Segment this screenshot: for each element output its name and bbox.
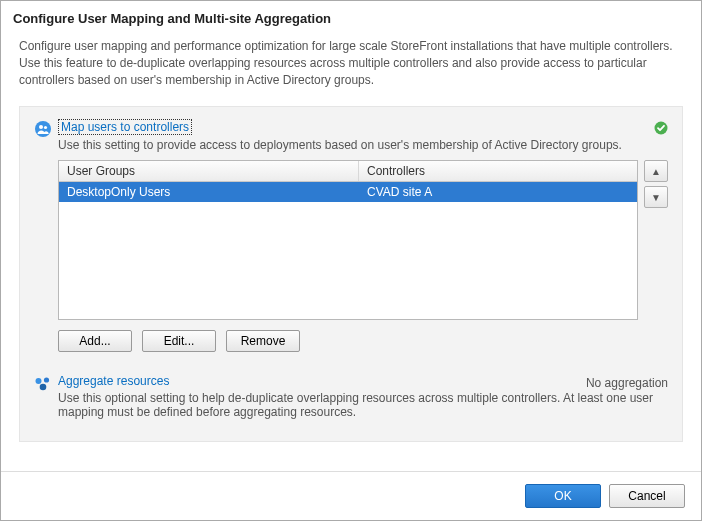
reorder-arrows: ▲ ▼ xyxy=(644,160,668,320)
svg-point-2 xyxy=(44,126,47,129)
mapping-button-row: Add... Edit... Remove xyxy=(58,330,668,352)
window-title: Configure User Mapping and Multi-site Ag… xyxy=(1,1,701,34)
table-body: DesktopOnly Users CVAD site A xyxy=(59,182,637,319)
aggregate-link[interactable]: Aggregate resources xyxy=(58,374,169,388)
dialog-footer: OK Cancel xyxy=(1,471,701,520)
table-header: User Groups Controllers xyxy=(59,161,637,182)
col-controllers[interactable]: Controllers xyxy=(359,161,637,181)
table-row[interactable]: DesktopOnly Users CVAD site A xyxy=(59,182,637,202)
description-text: Configure user mapping and performance o… xyxy=(19,38,683,88)
aggregate-subtitle: Use this optional setting to help de-dup… xyxy=(58,391,668,419)
map-users-section-header: Map users to controllers Use this settin… xyxy=(34,119,668,160)
map-users-link[interactable]: Map users to controllers xyxy=(58,119,192,135)
cancel-button[interactable]: Cancel xyxy=(609,484,685,508)
cell-controller: CVAD site A xyxy=(359,184,637,200)
move-down-button[interactable]: ▼ xyxy=(644,186,668,208)
cell-user-group: DesktopOnly Users xyxy=(59,184,359,200)
aggregate-section-header: Aggregate resources Use this optional se… xyxy=(34,374,668,427)
map-users-subtitle: Use this setting to provide access to de… xyxy=(58,138,668,152)
dialog-window: Configure User Mapping and Multi-site Ag… xyxy=(0,0,702,521)
ok-button[interactable]: OK xyxy=(525,484,601,508)
col-user-groups[interactable]: User Groups xyxy=(59,161,359,181)
edit-button[interactable]: Edit... xyxy=(142,330,216,352)
users-icon xyxy=(34,120,52,138)
move-up-button[interactable]: ▲ xyxy=(644,160,668,182)
content-area: Configure user mapping and performance o… xyxy=(1,34,701,471)
aggregate-icon xyxy=(34,375,52,393)
mapping-table-wrap: User Groups Controllers DesktopOnly User… xyxy=(58,160,668,320)
aggregate-status: No aggregation xyxy=(586,376,668,390)
mapping-table[interactable]: User Groups Controllers DesktopOnly User… xyxy=(58,160,638,320)
check-icon xyxy=(654,121,668,135)
add-button[interactable]: Add... xyxy=(58,330,132,352)
svg-point-6 xyxy=(40,384,47,391)
svg-point-1 xyxy=(39,125,43,129)
settings-panel: Map users to controllers Use this settin… xyxy=(19,106,683,442)
svg-point-0 xyxy=(35,121,51,137)
svg-point-5 xyxy=(44,378,49,383)
remove-button[interactable]: Remove xyxy=(226,330,300,352)
svg-point-4 xyxy=(36,378,42,384)
